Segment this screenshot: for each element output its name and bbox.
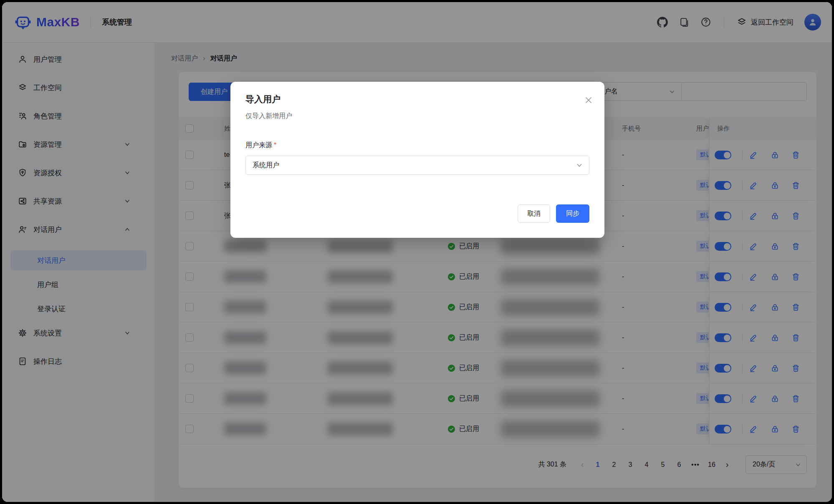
cancel-button[interactable]: 取消 [518,204,550,223]
import-user-modal: 导入用户 仅导入新增用户 用户来源* 系统用户 取消 同步 [230,82,604,238]
modal-backdrop[interactable] [2,2,832,502]
modal-subtitle: 仅导入新增用户 [245,112,292,121]
sync-button[interactable]: 同步 [556,204,589,223]
user-source-label: 用户来源* [245,141,276,150]
user-source-select[interactable]: 系统用户 [245,156,589,175]
required-mark: * [274,141,276,149]
app-window: MaxKB 系统管理 返回工作空间 [2,2,832,502]
user-source-value: 系统用户 [253,161,279,170]
modal-title: 导入用户 [245,93,281,105]
chevron-down-icon [576,161,583,169]
close-icon[interactable] [584,95,594,105]
field-label-text: 用户来源 [245,141,272,149]
